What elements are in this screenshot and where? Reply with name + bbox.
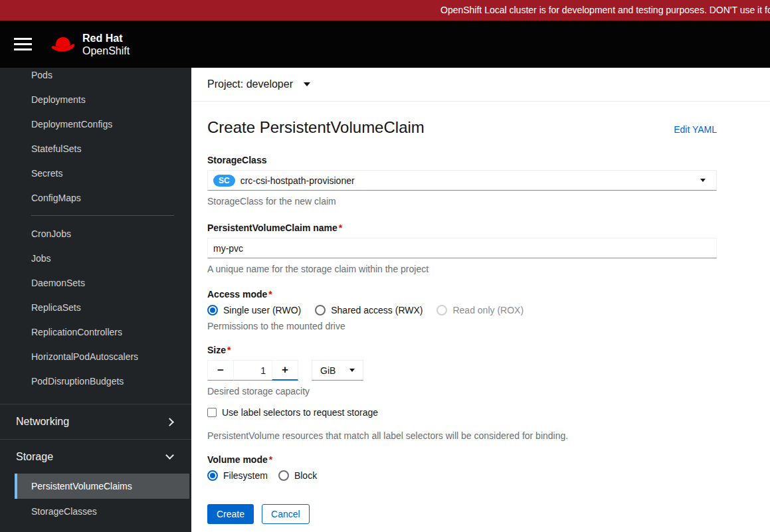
access-mode-helper-text: Permissions to the mounted drive xyxy=(207,321,717,331)
storage-section-label: Storage xyxy=(16,451,53,463)
size-label: Size* xyxy=(207,345,717,355)
pvc-name-label: PersistentVolumeClaim name* xyxy=(207,222,717,233)
radio-block[interactable]: Block xyxy=(278,470,317,481)
networking-section-label: Networking xyxy=(16,416,69,428)
red-fedora-icon xyxy=(48,33,78,55)
hamburger-icon xyxy=(14,38,32,40)
left-nav-sidebar: Pods Deployments DeploymentConfigs State… xyxy=(0,68,191,532)
nav-divider xyxy=(31,215,174,216)
edit-yaml-link[interactable]: Edit YAML xyxy=(674,124,717,137)
chevron-right-icon xyxy=(165,418,174,426)
access-mode-options: Single user (RWO) Shared access (RWX) Re… xyxy=(207,305,717,315)
storage-subnav: PersistentVolumeClaims StorageClasses xyxy=(0,474,191,524)
project-dropdown[interactable]: Project: developer xyxy=(207,78,310,90)
pvc-name-input[interactable] xyxy=(207,238,717,258)
radio-selected-icon xyxy=(207,470,218,481)
sidebar-item-jobs[interactable]: Jobs xyxy=(0,246,191,270)
radio-unselected-icon xyxy=(315,305,326,315)
caret-down-icon xyxy=(700,179,706,182)
storageclass-group: StorageClass SC crc-csi-hostpath-provisi… xyxy=(207,155,717,207)
cluster-notice-banner: OpenShift Local cluster is for developme… xyxy=(0,0,770,21)
page-header: Create PersistentVolumeClaim Edit YAML xyxy=(207,118,717,137)
chevron-down-icon xyxy=(165,451,174,460)
size-unit-select[interactable]: GiB xyxy=(312,360,363,381)
redhat-openshift-logo[interactable]: Red Hat OpenShift xyxy=(49,32,130,57)
sidebar-item-cronjobs[interactable]: CronJobs xyxy=(0,221,191,246)
main-content: Create PersistentVolumeClaim Edit YAML S… xyxy=(191,102,770,532)
volume-mode-label: Volume mode* xyxy=(207,454,717,465)
storageclass-select[interactable]: SC crc-csi-hostpath-provisioner xyxy=(207,170,717,191)
access-mode-group: Access mode* Single user (RWO) Shared ac… xyxy=(207,289,717,331)
workloads-nav-list: Pods Deployments DeploymentConfigs State… xyxy=(0,68,191,210)
sidebar-item-statefulsets[interactable]: StatefulSets xyxy=(0,136,191,161)
workloads-nav-list-2: CronJobs Jobs DaemonSets ReplicaSets Rep… xyxy=(0,221,191,393)
label-selector-checkbox-label: Use label selectors to request storage xyxy=(222,407,378,418)
radio-unselected-icon xyxy=(278,470,289,481)
label-selector-helper-text: PersistentVolume resources that match al… xyxy=(207,430,717,441)
masthead: Red Hat OpenShift xyxy=(0,21,770,68)
pvc-name-helper-text: A unique name for the storage claim with… xyxy=(207,264,717,274)
brand-wordmark: Red Hat OpenShift xyxy=(82,32,130,57)
sidebar-item-daemonsets[interactable]: DaemonSets xyxy=(0,270,191,295)
storageclass-resource-badge: SC xyxy=(213,175,235,187)
sidebar-item-deployments[interactable]: Deployments xyxy=(0,87,191,112)
size-group: Size* − 1 + GiB Desired storage capacity xyxy=(207,345,717,397)
radio-filesystem[interactable]: Filesystem xyxy=(207,470,268,481)
sidebar-item-secrets[interactable]: Secrets xyxy=(0,161,191,185)
radio-single-user-rwo[interactable]: Single user (RWO) xyxy=(207,305,301,315)
required-asterisk: * xyxy=(339,222,342,233)
required-asterisk: * xyxy=(269,454,272,465)
create-pvc-form: StorageClass SC crc-csi-hostpath-provisi… xyxy=(207,155,717,524)
radio-selected-icon xyxy=(207,305,218,315)
required-asterisk: * xyxy=(227,345,231,355)
radio-shared-access-rwx[interactable]: Shared access (RWX) xyxy=(315,305,423,315)
brand-line1: Red Hat xyxy=(82,32,130,44)
create-button[interactable]: Create xyxy=(207,504,254,524)
project-dropdown-label: Project: developer xyxy=(207,78,293,90)
size-value[interactable]: 1 xyxy=(233,360,272,381)
storageclass-label: StorageClass xyxy=(207,155,717,165)
brand-line2: OpenShift xyxy=(82,44,130,57)
sidebar-item-pods[interactable]: Pods xyxy=(0,68,191,87)
pvc-name-group: PersistentVolumeClaim name* A unique nam… xyxy=(207,222,717,274)
sidebar-item-replicasets[interactable]: ReplicaSets xyxy=(0,295,191,319)
size-minus-button[interactable]: − xyxy=(207,360,234,381)
sidebar-item-horizontalpodautoscalers[interactable]: HorizontalPodAutoscalers xyxy=(0,344,191,369)
sidebar-section-storage[interactable]: Storage xyxy=(0,439,191,474)
size-stepper: − 1 + GiB xyxy=(207,360,717,381)
sidebar-item-poddisruptionbudgets[interactable]: PodDisruptionBudgets xyxy=(0,369,191,393)
nav-menu-toggle-button[interactable] xyxy=(14,38,32,50)
label-selector-group: Use label selectors to request storage P… xyxy=(207,407,717,441)
sidebar-item-configmaps[interactable]: ConfigMaps xyxy=(0,185,191,210)
checkbox-unchecked-icon[interactable] xyxy=(207,408,217,417)
sidebar-item-deploymentconfigs[interactable]: DeploymentConfigs xyxy=(0,112,191,136)
cancel-button[interactable]: Cancel xyxy=(262,504,310,524)
storageclass-selected-value: crc-csi-hostpath-provisioner xyxy=(241,175,355,186)
required-asterisk: * xyxy=(268,289,272,300)
cluster-notice-text: OpenShift Local cluster is for developme… xyxy=(440,5,770,15)
caret-down-icon xyxy=(304,82,310,86)
sidebar-item-persistentvolumeclaims[interactable]: PersistentVolumeClaims xyxy=(15,474,189,499)
volume-mode-options: Filesystem Block xyxy=(207,470,717,481)
size-unit-value: GiB xyxy=(320,365,336,376)
form-actions: Create Cancel xyxy=(207,504,717,524)
sidebar-item-storageclasses[interactable]: StorageClasses xyxy=(0,499,191,524)
caret-down-icon xyxy=(349,369,355,372)
sidebar-section-networking[interactable]: Networking xyxy=(0,404,191,439)
page-title: Create PersistentVolumeClaim xyxy=(207,118,425,137)
storageclass-helper-text: StorageClass for the new claim xyxy=(207,196,717,207)
size-helper-text: Desired storage capacity xyxy=(207,386,717,397)
volume-mode-group: Volume mode* Filesystem Block xyxy=(207,454,717,481)
sidebar-item-replicationcontrollers[interactable]: ReplicationControllers xyxy=(0,319,191,344)
project-bar: Project: developer xyxy=(191,68,770,102)
radio-read-only-rox: Read only (ROX) xyxy=(436,305,524,315)
size-plus-button[interactable]: + xyxy=(272,360,298,381)
radio-disabled-icon xyxy=(436,305,447,315)
label-selector-option[interactable]: Use label selectors to request storage xyxy=(207,407,717,418)
access-mode-label: Access mode* xyxy=(207,289,717,300)
